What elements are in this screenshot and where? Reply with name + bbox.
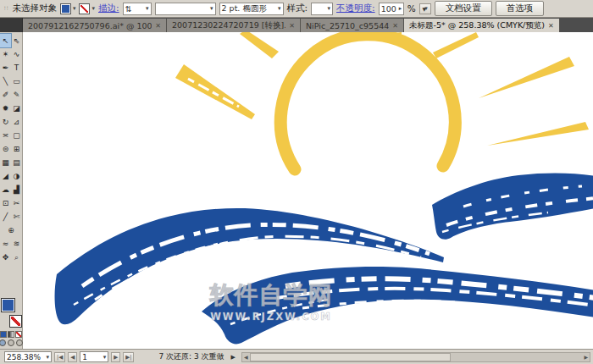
sun-artwork[interactable] xyxy=(175,32,589,169)
warp-tool[interactable]: ≈ xyxy=(0,237,11,251)
status-menu-icon[interactable]: ▶ xyxy=(230,354,235,361)
pen-tool[interactable]: ✒ xyxy=(0,61,11,74)
opacity-combo[interactable]: 100 ▸ xyxy=(379,3,404,15)
rectangle-tool[interactable]: ▭ xyxy=(11,74,22,88)
symbol-sprayer-tool[interactable]: ☁ xyxy=(0,183,11,196)
zoom-level-combo[interactable]: 258.38% ▾ xyxy=(4,351,52,362)
chevron-down-icon[interactable]: ▾ xyxy=(103,354,107,361)
document-setup-button[interactable]: 文档设置 xyxy=(435,1,492,16)
width-tool[interactable]: ≍ xyxy=(0,129,11,142)
blob-brush-tool[interactable]: ✹ xyxy=(0,102,11,115)
draw-inside-button[interactable] xyxy=(16,339,23,346)
last-artboard-button[interactable]: ▶| xyxy=(123,352,134,362)
type-tool[interactable]: T xyxy=(11,61,22,74)
magic-wand-tool[interactable]: ✶ xyxy=(0,47,11,61)
first-artboard-button[interactable]: |◀ xyxy=(54,352,65,362)
brush-definition-combo[interactable]: 2 pt. 椭圆形 ▾ xyxy=(219,3,284,15)
color-button[interactable] xyxy=(0,331,7,338)
artboard-number-combo[interactable]: 1 ▾ xyxy=(80,351,108,362)
style-combo[interactable]: ▾ xyxy=(311,3,333,15)
chevron-down-icon[interactable]: ▾ xyxy=(325,5,331,12)
chevron-down-icon[interactable]: ▾ xyxy=(424,5,428,12)
paintbrush-tool[interactable]: ✐ xyxy=(0,88,11,102)
stroke-weight-combo[interactable]: ⇅ ▾ xyxy=(123,3,152,15)
select-similar-icon[interactable]: ▼ ▾ xyxy=(419,3,431,14)
gradient-tool[interactable]: ▤ xyxy=(11,156,22,169)
document-tab[interactable]: 20071230224720719 [转换].ai* @… ✕ xyxy=(167,19,301,32)
tool-icon: ▦ xyxy=(2,158,9,167)
sun-ray xyxy=(479,57,574,98)
pencil-tool[interactable]: ✎ xyxy=(11,88,22,102)
artboard-canvas[interactable]: 软件自学网 WWW.RJZXW.COM xyxy=(23,32,593,349)
artboard-target-icon[interactable]: ⊕ xyxy=(0,223,22,237)
direct-selection-tool[interactable]: ⇖ xyxy=(11,34,22,47)
tool-icon: ▟ xyxy=(14,185,19,194)
scroll-right-icon[interactable]: ▶ xyxy=(582,354,590,360)
chevron-down-icon[interactable]: ▾ xyxy=(46,354,49,361)
document-tab[interactable]: 未标题-5* @ 258.38% (CMYK/预览) ✕ xyxy=(404,19,560,32)
toolbar-stroke-swatch[interactable] xyxy=(9,315,22,328)
close-icon[interactable]: ✕ xyxy=(289,22,295,30)
column-graph-tool[interactable]: ▟ xyxy=(11,183,22,196)
none-button[interactable] xyxy=(15,331,22,338)
scale-tool[interactable]: ⊿ xyxy=(11,115,22,129)
prev-artboard-button[interactable]: ◀ xyxy=(68,352,77,362)
lasso-tool[interactable]: ∿ xyxy=(11,47,22,61)
chevron-down-icon[interactable]: ▾ xyxy=(275,5,281,12)
free-transform-tool[interactable]: ▢ xyxy=(11,129,22,142)
color-type-buttons xyxy=(0,331,22,338)
hill-stroke-bottom[interactable] xyxy=(202,267,593,344)
sun-ray xyxy=(175,64,255,119)
blend-tool[interactable]: ◑ xyxy=(11,169,22,183)
shape-builder-tool[interactable]: ⊜ xyxy=(0,142,11,156)
zoom-tool[interactable]: ⌕ xyxy=(11,251,22,264)
horizontal-scrollbar[interactable]: ◀ ▶ xyxy=(241,352,590,362)
stroke-dropdown-icon[interactable]: ▾ xyxy=(91,5,95,12)
chevron-down-icon[interactable]: ▾ xyxy=(208,5,213,12)
tool-icon: ◢ xyxy=(3,172,8,180)
slice-tool[interactable]: ✂ xyxy=(11,196,22,210)
stepper-icon[interactable]: ⇅ xyxy=(125,4,132,14)
rotate-tool[interactable]: ↻ xyxy=(0,115,11,129)
stroke-panel-link[interactable]: 描边: xyxy=(98,3,119,14)
preferences-button[interactable]: 首选项 xyxy=(496,1,545,16)
eyedropper-tool[interactable]: ◢ xyxy=(0,169,11,183)
wrinkle-tool[interactable]: ≋ xyxy=(11,237,22,251)
close-icon[interactable]: ✕ xyxy=(548,22,554,30)
chevron-down-icon[interactable]: ▾ xyxy=(143,5,149,12)
scroll-left-icon[interactable]: ◀ xyxy=(242,354,250,360)
document-tab[interactable]: 2007912162750796.ai* @ 100% (… ✕ xyxy=(23,19,167,32)
draw-behind-button[interactable] xyxy=(8,339,14,346)
tool-icon: ✐ xyxy=(3,91,9,99)
illustrator-window: ∷ 未选择对象 ▾ ▾ 描边: ⇅ ▾ ▾ 2 pt. 椭圆形 ▾ 样式: ▾ … xyxy=(0,0,593,364)
opacity-panel-link[interactable]: 不透明度: xyxy=(336,3,375,14)
fill-dropdown-icon[interactable]: ▾ xyxy=(73,5,76,12)
next-artboard-button[interactable]: ▶ xyxy=(111,352,120,362)
knife-tool[interactable]: ╱ xyxy=(0,210,11,223)
history-status-text: 7 次还原: 3 次重做 xyxy=(158,351,224,362)
mesh-tool[interactable]: ▦ xyxy=(0,156,11,169)
eraser-tool[interactable]: ◪ xyxy=(11,102,22,115)
selection-tool[interactable]: ↖ xyxy=(0,34,11,47)
stroke-color-swatch[interactable] xyxy=(79,3,90,14)
gradient-button[interactable] xyxy=(8,331,14,338)
tool-icon: ⊜ xyxy=(3,145,9,153)
scrollbar-thumb[interactable] xyxy=(250,353,452,361)
opacity-stepper-icon[interactable]: ▸ xyxy=(396,5,402,12)
hill-stroke-topright[interactable] xyxy=(432,173,593,239)
panel-grip[interactable]: ∷ xyxy=(4,5,8,12)
tool-icon: ◑ xyxy=(14,172,20,180)
perspective-grid-tool[interactable]: ⊞ xyxy=(11,142,22,156)
line-segment-tool[interactable]: ╲ xyxy=(0,74,11,88)
close-icon[interactable]: ✕ xyxy=(392,22,398,30)
toolbar-fill-swatch[interactable] xyxy=(1,298,15,312)
tool-icon: ≈ xyxy=(3,240,9,248)
width-profile-combo[interactable]: ▾ xyxy=(155,3,216,15)
draw-normal-button[interactable] xyxy=(0,339,6,346)
fill-color-swatch[interactable] xyxy=(60,3,71,14)
document-tab[interactable]: NiPic_25710_c95544526f5aea95.ai* ✕ xyxy=(301,19,404,32)
artboard-tool[interactable]: ⊡ xyxy=(0,196,11,210)
close-icon[interactable]: ✕ xyxy=(155,22,161,30)
hand-tool[interactable]: ✥ xyxy=(0,251,11,264)
scissors-tool[interactable]: ✄ xyxy=(11,210,22,223)
